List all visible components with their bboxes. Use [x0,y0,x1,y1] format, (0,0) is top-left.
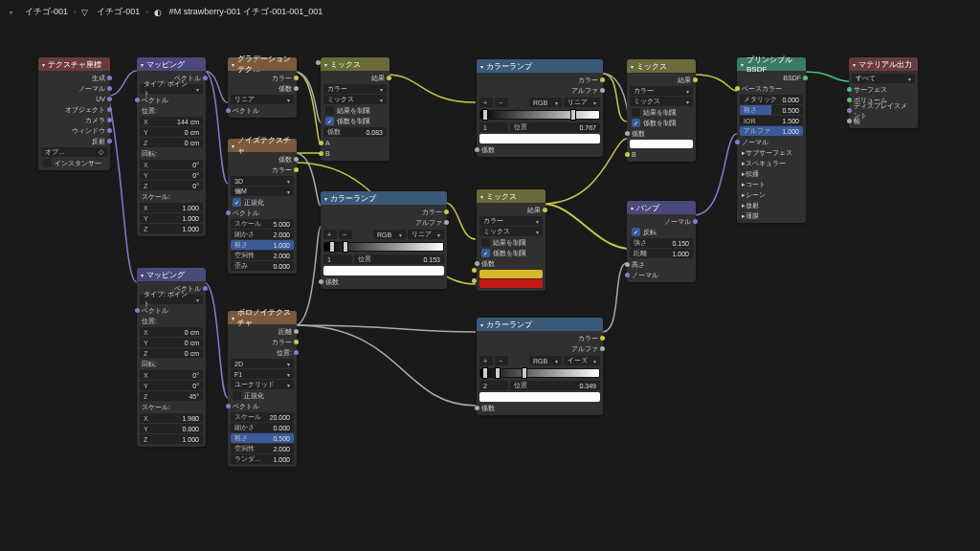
node-title: グラデーションテク… [237,54,293,75]
normalize[interactable]: ✓正規化 [231,197,294,208]
node-title: ミックス [486,191,517,202]
scale-z[interactable]: Z1.000 [140,224,203,233]
crumb-c[interactable]: #M strawberry-001 イチゴ-001-001_001 [169,6,323,18]
node-mix-1[interactable]: ▾ミックス 結果 カラー ミックス 結果を制限 ✓係数を制限 係数0.083 A… [321,57,390,161]
node-title: プリンシプルBSDF [746,55,802,74]
socket-reflection[interactable]: 反射 [41,136,107,146]
from-instancer[interactable]: インスタンサー [41,158,107,168]
chevron-right-icon: › [74,9,76,15]
node-title: カラーランプ [486,61,532,72]
rot-y[interactable]: Y0° [140,170,203,180]
remove-stop[interactable]: − [339,230,352,239]
node-title: マッピング [146,59,185,70]
node-gradient-texture[interactable]: ▾グラデーションテク… カラー 係数 リニア ベクトル [228,57,297,118]
node-title: バンプ [636,203,659,213]
type-select[interactable]: タイプ: ポイント [140,84,203,94]
node-title: ボロノイテクスチャ [237,307,293,328]
node-mapping-2[interactable]: ▾マッピング ベクトル タイプ: ポイント ベクトル 位置: X0 cm Y0 … [137,268,206,447]
loc-x[interactable]: X144 cm [140,117,203,126]
color-a[interactable] [479,270,543,278]
color-b[interactable] [479,279,543,288]
socket-uv[interactable]: UV [41,94,107,104]
rot-x[interactable]: X0° [140,160,203,169]
color-a[interactable] [630,140,693,148]
node-title: テクスチャ座標 [48,59,101,70]
rot-z[interactable]: Z0° [140,181,203,190]
type-select[interactable]: タイプ: ポイント [140,295,203,304]
node-title: カラーランプ [486,320,532,330]
node-title: ミックス [636,61,667,72]
gradient-type[interactable]: リニア [231,95,294,104]
material-icon: ◐ [154,8,164,17]
node-title: マッピング [146,270,185,280]
scale-x[interactable]: X1.000 [140,203,203,212]
mesh-icon: ▫ [10,8,19,17]
crumb-b[interactable]: イチゴ-001 [97,6,140,18]
socket-window[interactable]: ウィンドウ [41,125,107,136]
loc-y[interactable]: Y0 cm [140,127,203,137]
node-mix-2[interactable]: ▾ミックス 結果 カラー ミックス 結果を制限 ✓係数を制限 係数 [477,189,546,291]
chevron-right-icon: › [145,9,147,15]
node-color-ramp-1[interactable]: ▾カラーランプ カラー アルファ + − RGB リニア 1 位置0.153 係… [321,191,447,289]
node-voronoi-texture[interactable]: ▾ボロノイテクスチャ 距離 カラー 位置: 2D F1 ユークリッド 正規化 ベ… [228,311,297,467]
node-title: マテリアル出力 [858,59,912,70]
node-color-ramp-2[interactable]: ▾カラーランプ カラー アルファ + − RGB リニア 1 位置0.767 係… [477,59,603,157]
node-color-ramp-3[interactable]: ▾カラーランプ カラー アルファ + − RGB イーズ 2 位置0.349 係… [477,318,603,415]
socket-vector-out[interactable]: ベクトル [140,73,203,83]
crumb-a[interactable]: イチゴ-001 [25,6,68,18]
node-noise-texture[interactable]: ▾ノイズテクスチャ 係数 カラー 3D 偏M ✓正規化 ベクトル スケール5.0… [228,139,297,274]
node-title: ノイズテクスチャ [237,135,293,156]
socket-vector-in[interactable]: ベクトル [140,95,203,105]
socket-generated[interactable]: 生成 [41,73,107,83]
node-title: カラーランプ [330,193,376,204]
node-texture-coordinate[interactable]: ▾テクスチャ座標 生成 ノーマル UV オブジェクト カメラ ウィンドウ 反射 … [38,57,110,170]
chevron-down-icon: ▾ [42,61,45,68]
breadcrumb[interactable]: ▫ イチゴ-001 › ▽ イチゴ-001 › ◐ #M strawberry-… [10,6,323,18]
loc-z[interactable]: Z0 cm [140,138,203,147]
scale-y[interactable]: Y1.000 [140,213,203,223]
color-ramp-gradient[interactable] [323,242,444,252]
node-mapping-1[interactable]: ▾マッピング ベクトル タイプ: ポイント ベクトル 位置: X144 cm Y… [137,57,206,236]
add-stop[interactable]: + [323,230,337,239]
node-title: ミックス [330,59,361,70]
socket-camera[interactable]: カメラ [41,115,107,125]
node-mix-3[interactable]: ▾ミックス 結果 カラー ミックス 結果を制限 ✓係数を制限 係数 B [627,59,696,162]
node-bump[interactable]: ▾バンプ ノーマル ✓反転 強さ0.150 距離1.000 高さ ノーマル [627,201,696,282]
node-material-output[interactable]: ▾マテリアル出力 すべて サーフェス ボリューム ディスプレイスメント 幅 [849,57,918,128]
object-field[interactable]: オブ…◇ [41,147,107,157]
node-principled-bsdf[interactable]: ▾プリンシプルBSDF BSDF ベースカラー メタリック0.000 粗さ0.5… [737,57,806,223]
socket-normal[interactable]: ノーマル [41,83,107,94]
color-swatch[interactable] [323,266,444,276]
object-icon: ▽ [81,8,91,17]
socket-object[interactable]: オブジェクト [41,104,107,115]
